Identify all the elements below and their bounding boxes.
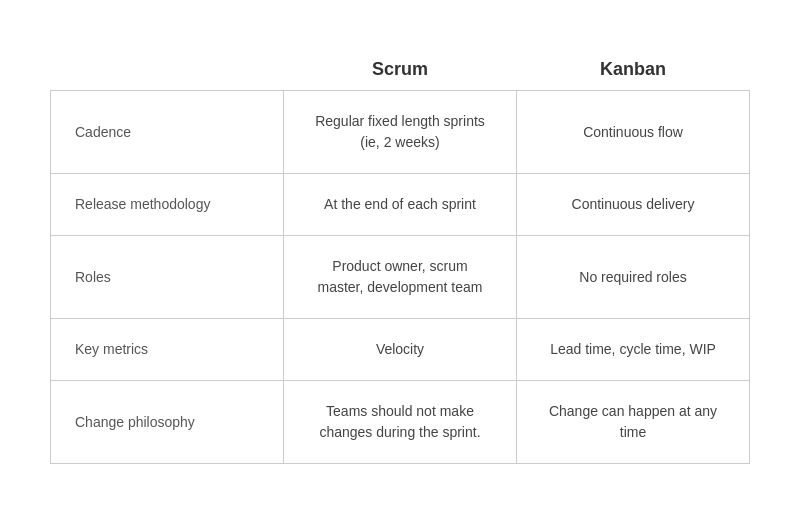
row-kanban-2: No required roles [517, 236, 750, 319]
row-scrum-4: Teams should not make changes during the… [284, 381, 517, 464]
scrum-header: Scrum [284, 47, 517, 91]
table-row: Release methodologyAt the end of each sp… [51, 174, 750, 236]
row-category-3: Key metrics [51, 319, 284, 381]
row-kanban-0: Continuous flow [517, 91, 750, 174]
table-row: Key metricsVelocityLead time, cycle time… [51, 319, 750, 381]
table-row: RolesProduct owner, scrum master, develo… [51, 236, 750, 319]
category-header [51, 47, 284, 91]
row-scrum-1: At the end of each sprint [284, 174, 517, 236]
row-kanban-1: Continuous delivery [517, 174, 750, 236]
row-category-0: Cadence [51, 91, 284, 174]
row-scrum-0: Regular fixed length sprints (ie, 2 week… [284, 91, 517, 174]
kanban-header: Kanban [517, 47, 750, 91]
comparison-table: Scrum Kanban CadenceRegular fixed length… [50, 47, 750, 464]
row-kanban-3: Lead time, cycle time, WIP [517, 319, 750, 381]
row-category-1: Release methodology [51, 174, 284, 236]
table-body: CadenceRegular fixed length sprints (ie,… [51, 91, 750, 464]
table-header-row: Scrum Kanban [51, 47, 750, 91]
row-scrum-2: Product owner, scrum master, development… [284, 236, 517, 319]
row-kanban-4: Change can happen at any time [517, 381, 750, 464]
table-row: Change philosophyTeams should not make c… [51, 381, 750, 464]
row-scrum-3: Velocity [284, 319, 517, 381]
comparison-container: Scrum Kanban CadenceRegular fixed length… [50, 47, 750, 464]
table-row: CadenceRegular fixed length sprints (ie,… [51, 91, 750, 174]
row-category-2: Roles [51, 236, 284, 319]
row-category-4: Change philosophy [51, 381, 284, 464]
